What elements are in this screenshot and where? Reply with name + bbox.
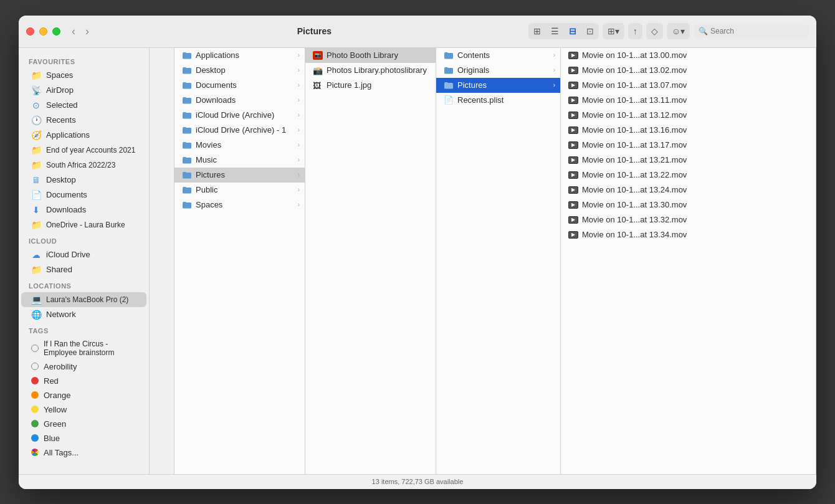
col5-item-4[interactable]: ▶ Movie on 10-1...at 13.12.mov: [561, 108, 816, 123]
sidebar-item-tag-red[interactable]: Red: [21, 374, 146, 388]
sidebar-item-tag-yellow[interactable]: Yellow: [21, 402, 146, 417]
col2-item-7[interactable]: Music ›: [174, 153, 305, 168]
sidebar-item-spaces[interactable]: 📁 Spaces: [21, 68, 146, 83]
col2-item-10[interactable]: Spaces ›: [174, 197, 305, 212]
col5-item-icon-5: ▶: [568, 125, 578, 135]
column-view-button[interactable]: ⊟: [564, 23, 581, 39]
col5-item-icon-0: ▶: [568, 50, 578, 60]
sidebar-item-documents[interactable]: 📄 Documents: [21, 188, 146, 202]
sidebar: Favourites 📁 Spaces 📡 AirDrop ⊙ Selected…: [19, 48, 150, 474]
sidebar-item-end-of-year[interactable]: 📁 End of year Accounts 2021: [21, 143, 146, 158]
col2-item-6[interactable]: Movies ›: [174, 138, 305, 153]
col4-item-1[interactable]: Originals ›: [436, 63, 560, 78]
view-mode-group: ⊞ ☰ ⊟ ⊡: [528, 23, 599, 39]
col4-item-0[interactable]: Contents ›: [436, 48, 560, 63]
sidebar-item-desktop[interactable]: 🖥 Desktop: [21, 173, 146, 188]
search-bar[interactable]: 🔍: [694, 24, 809, 38]
col5-item-10[interactable]: ▶ Movie on 10-1...at 13.30.mov: [561, 197, 816, 212]
gallery-view-button[interactable]: ⊡: [581, 23, 599, 39]
sidebar-label-tag-circus: If I Ran the Circus - Employee brainstor…: [44, 340, 136, 357]
col2-item-0[interactable]: Applications ›: [174, 48, 305, 63]
col2-item-4[interactable]: iCloud Drive (Archive) ›: [174, 108, 305, 123]
col5-item-7[interactable]: ▶ Movie on 10-1...at 13.21.mov: [561, 153, 816, 168]
col5-item-11[interactable]: ▶ Movie on 10-1...at 13.32.mov: [561, 212, 816, 227]
col3-item-1[interactable]: 📸 Photos Library.photoslibrary: [305, 63, 436, 78]
col3-item-2[interactable]: 🖼 Picture 1.jpg: [305, 78, 436, 93]
col2-item-2[interactable]: Documents ›: [174, 78, 305, 93]
sidebar-item-onedrive[interactable]: 📁 OneDrive - Laura Burke: [21, 217, 146, 232]
col2-item-icon-4: [182, 110, 192, 120]
minimize-button[interactable]: [39, 27, 47, 36]
sidebar-item-south-africa[interactable]: 📁 South Africa 2022/23: [21, 158, 146, 173]
col5-item-12[interactable]: ▶ Movie on 10-1...at 13.34.mov: [561, 227, 816, 242]
sidebar-item-selected[interactable]: ⊙ Selected: [21, 98, 146, 113]
col2-item-5[interactable]: iCloud Drive (Archive) - 1 ›: [174, 123, 305, 138]
col3-item-label-0: Photo Booth Library: [327, 50, 431, 60]
col2-item-3[interactable]: Downloads ›: [174, 93, 305, 108]
col5-item-3[interactable]: ▶ Movie on 10-1...at 13.11.mov: [561, 93, 816, 108]
list-view-button[interactable]: ☰: [546, 23, 564, 39]
sidebar-item-downloads[interactable]: ⬇ Downloads: [21, 202, 146, 217]
sidebar-item-tag-circus[interactable]: If I Ran the Circus - Employee brainstor…: [21, 337, 146, 359]
sidebar-item-all-tags[interactable]: All Tags...: [21, 445, 146, 460]
col5-item-9[interactable]: ▶ Movie on 10-1...at 13.24.mov: [561, 183, 816, 197]
col3-item-0[interactable]: 📷 Photo Booth Library: [305, 48, 436, 63]
col5-item-0[interactable]: ▶ Movie on 10-1...at 13.00.mov: [561, 48, 816, 63]
sidebar-item-tag-orange[interactable]: Orange: [21, 388, 146, 402]
sidebar-item-airdrop[interactable]: 📡 AirDrop: [21, 83, 146, 98]
icloud-header: iCloud: [19, 232, 149, 247]
sidebar-item-recents[interactable]: 🕐 Recents: [21, 113, 146, 128]
col2-item-1[interactable]: Desktop ›: [174, 63, 305, 78]
more-button[interactable]: ☺▾: [667, 23, 690, 39]
sidebar-label-tag-green: Green: [44, 419, 66, 429]
share-button[interactable]: ↑: [628, 23, 642, 39]
sidebar-item-icloud-drive[interactable]: ☁ iCloud Drive: [21, 247, 146, 262]
tag-button[interactable]: ◇: [646, 23, 663, 39]
finder-window: ‹ › Pictures ⊞ ☰ ⊟ ⊡ ⊞▾ ↑ ◇ ☺▾ 🔍 Favouri…: [19, 16, 816, 489]
col5-item-icon-3: ▶: [568, 95, 578, 105]
icon-view-button[interactable]: ⊞: [528, 23, 546, 39]
forward-button[interactable]: ›: [82, 24, 93, 39]
col4-item-2[interactable]: Pictures ›: [436, 78, 560, 93]
back-button[interactable]: ‹: [68, 24, 79, 39]
sidebar-item-tag-green[interactable]: Green: [21, 417, 146, 431]
sidebar-label-spaces: Spaces: [46, 70, 73, 80]
col5-item-2[interactable]: ▶ Movie on 10-1...at 13.07.mov: [561, 78, 816, 93]
macbook-icon: 💻: [31, 295, 41, 305]
svg-rect-7: [183, 158, 191, 164]
col5-item-icon-9: ▶: [568, 185, 578, 195]
sort-button[interactable]: ⊞▾: [603, 23, 624, 39]
col4-item-3[interactable]: 📄 Recents.plist: [436, 93, 560, 108]
airdrop-icon: 📡: [31, 85, 41, 95]
col2-item-8[interactable]: Pictures ›: [174, 168, 305, 183]
sidebar-label-tag-orange: Orange: [44, 391, 70, 400]
col5-item-icon-6: ▶: [568, 140, 578, 150]
all-tags-icon: [31, 449, 39, 456]
col5-item-label-4: Movie on 10-1...at 13.12.mov: [582, 110, 811, 120]
image-icon: 🖼: [313, 81, 323, 90]
sidebar-item-network[interactable]: 🌐 Network: [21, 307, 146, 322]
sidebar-item-macbook[interactable]: 💻 Laura's MacBook Pro (2): [21, 292, 146, 307]
svg-rect-11: [444, 53, 453, 59]
column-photobooth: Contents › Originals › Pictures › 📄 Rece…: [436, 48, 561, 474]
sidebar-item-tag-aerobility[interactable]: Aerobility: [21, 359, 146, 374]
search-input[interactable]: [710, 27, 804, 36]
col5-item-6[interactable]: ▶ Movie on 10-1...at 13.17.mov: [561, 138, 816, 153]
documents-icon: 📄: [31, 190, 41, 200]
col2-item-9[interactable]: Public ›: [174, 183, 305, 197]
sidebar-item-applications[interactable]: 🧭 Applications: [21, 128, 146, 143]
svg-rect-6: [183, 143, 191, 149]
sidebar-label-end-of-year: End of year Accounts 2021: [46, 146, 135, 155]
sidebar-item-tag-blue[interactable]: Blue: [21, 431, 146, 445]
col5-item-label-6: Movie on 10-1...at 13.17.mov: [582, 140, 811, 150]
maximize-button[interactable]: [52, 27, 60, 36]
chevron-icon: ›: [298, 201, 300, 208]
col5-item-1[interactable]: ▶ Movie on 10-1...at 13.02.mov: [561, 63, 816, 78]
col5-item-5[interactable]: ▶ Movie on 10-1...at 13.16.mov: [561, 123, 816, 138]
col4-item-label-0: Contents: [457, 50, 550, 60]
close-button[interactable]: [26, 27, 34, 36]
sidebar-item-shared[interactable]: 📁 Shared: [21, 262, 146, 277]
tag-yellow-icon: [31, 406, 39, 413]
icloud-drive-icon: ☁: [31, 250, 41, 260]
col5-item-8[interactable]: ▶ Movie on 10-1...at 13.22.mov: [561, 168, 816, 183]
